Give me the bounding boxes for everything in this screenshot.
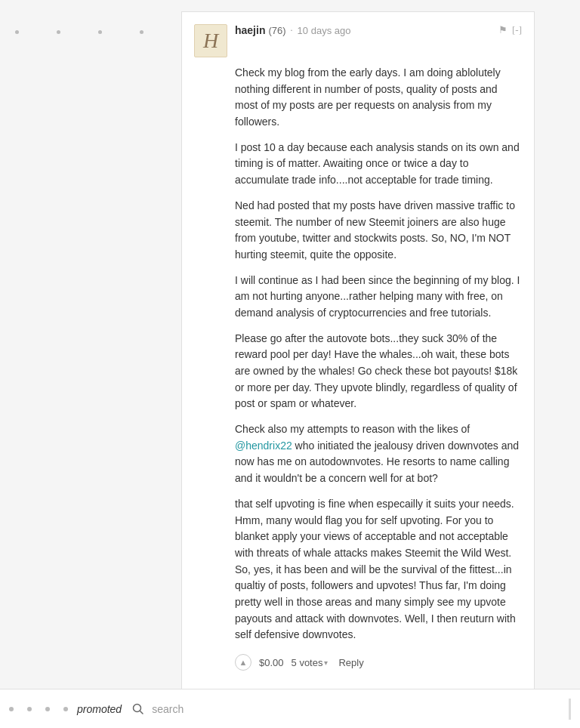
comment-actions-top: ⚑ [-] — [498, 24, 522, 36]
search-icon[interactable] — [131, 702, 146, 717]
paragraph-4: I will continue as I had been since the … — [235, 273, 522, 322]
flag-icon[interactable]: ⚑ — [498, 24, 508, 36]
paragraph-2: I post 10 a day because each analysis st… — [235, 140, 522, 189]
dot-3 — [98, 30, 102, 34]
nav-dot-3 — [45, 707, 50, 711]
nav-dot-4 — [63, 707, 68, 711]
author-reputation[interactable]: (76) — [268, 25, 285, 36]
paragraph-7: that self upvoting is fine when especail… — [235, 496, 522, 643]
comment-header: H haejin (76) · 10 days ago ⚑ [-] — [194, 24, 522, 57]
votes-count[interactable]: 5 votes ▾ — [292, 657, 329, 668]
svg-line-1 — [140, 711, 143, 714]
vote-amount: $0.00 — [259, 657, 284, 668]
page-wrapper: H haejin (76) · 10 days ago ⚑ [-] Check … — [0, 0, 580, 728]
comment-footer: ▲ $0.00 5 votes ▾ Reply — [235, 654, 522, 671]
collapse-icon[interactable]: [-] — [512, 24, 522, 36]
reply-button[interactable]: Reply — [338, 657, 363, 668]
paragraph-1: Check my blog from the early days. I am … — [235, 65, 522, 131]
nav-dot-1 — [9, 707, 14, 711]
bottom-nav: promoted — [0, 689, 580, 728]
comment-body: Check my blog from the early days. I am … — [235, 65, 522, 643]
search-input[interactable] — [152, 703, 563, 715]
votes-chevron-icon: ▾ — [324, 659, 328, 667]
upvote-button[interactable]: ▲ — [235, 654, 251, 671]
mention-link[interactable]: @hendrix22 — [235, 440, 292, 452]
avatar-letter: H — [194, 24, 227, 57]
dot-2 — [57, 30, 60, 34]
timestamp: 10 days ago — [298, 25, 351, 36]
paragraph-6: Check also my attempts to reason with th… — [235, 421, 522, 487]
comment-card: H haejin (76) · 10 days ago ⚑ [-] Check … — [181, 11, 535, 691]
paragraph-3: Ned had posted that my posts have driven… — [235, 198, 522, 264]
meta-separator: · — [291, 25, 293, 36]
dot-4 — [140, 30, 143, 34]
nav-right-bar — [569, 699, 571, 720]
dot-1 — [15, 30, 19, 34]
nav-promoted-label[interactable]: promoted — [77, 703, 122, 715]
nav-dots — [9, 707, 68, 711]
nav-dot-2 — [27, 707, 32, 711]
author-name: haejin — [235, 24, 265, 36]
comment-meta: haejin (76) · 10 days ago — [235, 24, 498, 36]
paragraph-5: Please go after the autovote bots...they… — [235, 331, 522, 412]
avatar: H — [194, 24, 227, 57]
left-decoration — [15, 30, 143, 34]
